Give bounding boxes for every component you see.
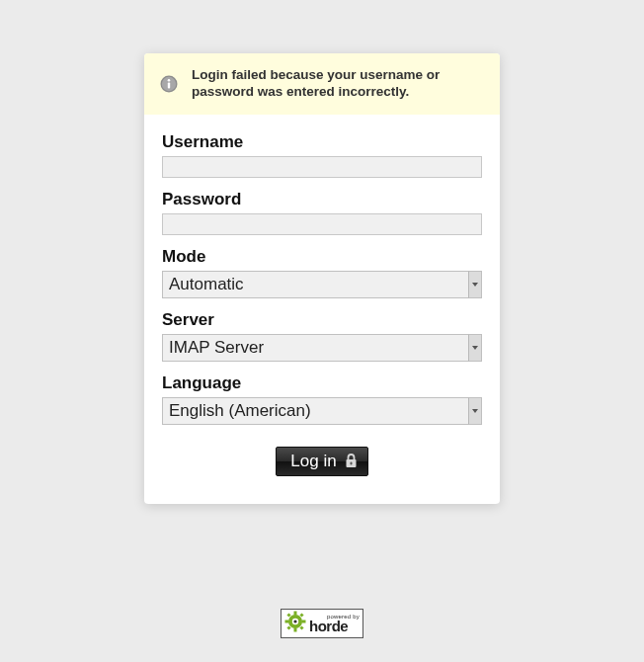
login-button[interactable]: Log in — [276, 447, 367, 476]
svg-rect-16 — [286, 625, 290, 629]
login-panel: Login failed because your username or pa… — [144, 53, 500, 504]
server-label: Server — [162, 310, 482, 330]
username-label: Username — [162, 132, 482, 152]
svg-point-19 — [293, 620, 296, 622]
username-input[interactable] — [162, 156, 482, 178]
gear-icon — [284, 611, 306, 636]
login-form: Username Password Mode Automatic Server — [144, 115, 500, 476]
error-message: Login failed because your username or pa… — [192, 67, 484, 101]
svg-rect-12 — [285, 620, 289, 622]
mode-label: Mode — [162, 247, 482, 267]
svg-rect-17 — [299, 625, 303, 629]
language-label: Language — [162, 373, 482, 393]
language-group: Language English (American) — [162, 373, 482, 425]
horde-logo[interactable]: powered by horde — [281, 609, 363, 638]
password-label: Password — [162, 190, 482, 209]
submit-row: Log in — [162, 447, 482, 476]
svg-point-2 — [168, 79, 171, 82]
error-notice: Login failed because your username or pa… — [144, 53, 500, 115]
svg-rect-14 — [286, 613, 290, 617]
svg-rect-15 — [299, 613, 303, 617]
lock-icon — [345, 454, 358, 468]
login-button-label: Log in — [290, 452, 336, 471]
info-icon — [160, 75, 178, 93]
svg-rect-10 — [294, 611, 297, 615]
server-group: Server IMAP Server — [162, 310, 482, 362]
svg-rect-11 — [294, 627, 297, 631]
username-group: Username — [162, 132, 482, 178]
password-group: Password — [162, 190, 482, 235]
svg-rect-3 — [168, 82, 170, 88]
svg-rect-13 — [302, 620, 306, 622]
mode-select[interactable]: Automatic — [162, 271, 482, 298]
mode-group: Mode Automatic — [162, 247, 482, 298]
svg-rect-8 — [350, 462, 352, 465]
logo-brand-text: horde — [309, 619, 360, 633]
password-input[interactable] — [162, 213, 482, 235]
language-select[interactable]: English (American) — [162, 397, 482, 425]
server-select[interactable]: IMAP Server — [162, 334, 482, 362]
